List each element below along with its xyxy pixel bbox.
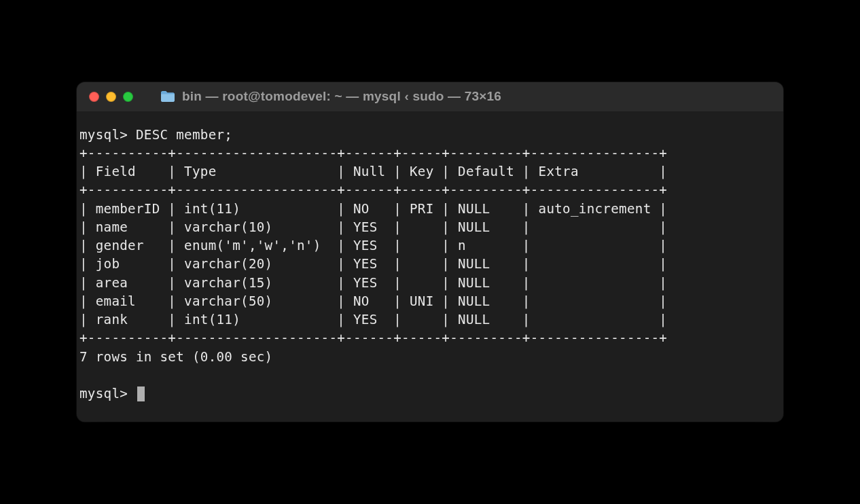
table-row: | area | varchar(15) | YES | | NULL | | — [77, 274, 783, 292]
prompt-line: mysql> — [77, 384, 783, 403]
terminal-window: bin — root@tomodevel: ~ — mysql ‹ sudo —… — [77, 82, 783, 422]
table-row: | name | varchar(10) | YES | | NULL | | — [77, 218, 783, 236]
result-footer: 7 rows in set (0.00 sec) — [77, 348, 783, 366]
folder-icon — [160, 90, 175, 103]
table-row: | job | varchar(20) | YES | | NULL | | — [77, 255, 783, 273]
table-separator: +----------+--------------------+------+… — [77, 329, 783, 347]
titlebar: bin — root@tomodevel: ~ — mysql ‹ sudo —… — [77, 82, 783, 112]
table-row: | email | varchar(50) | NO | UNI | NULL … — [77, 292, 783, 310]
command-line: mysql> DESC member; — [77, 126, 783, 144]
table-separator: +----------+--------------------+------+… — [77, 144, 783, 162]
prompt: mysql> — [79, 386, 128, 401]
cursor — [137, 386, 145, 401]
command-text: DESC member; — [136, 127, 232, 143]
table-header: | Field | Type | Null | Key | Default | … — [77, 162, 783, 181]
close-button[interactable] — [89, 92, 99, 102]
window-title: bin — root@tomodevel: ~ — mysql ‹ sudo —… — [182, 89, 501, 104]
minimize-button[interactable] — [106, 92, 116, 102]
terminal-body[interactable]: mysql> DESC member; +----------+--------… — [77, 112, 783, 422]
table-separator: +----------+--------------------+------+… — [77, 181, 783, 199]
blank-line — [77, 366, 783, 384]
traffic-lights — [89, 92, 133, 102]
maximize-button[interactable] — [123, 92, 133, 102]
table-row: | rank | int(11) | YES | | NULL | | — [77, 310, 783, 329]
prompt: mysql> — [79, 127, 128, 143]
title-group: bin — root@tomodevel: ~ — mysql ‹ sudo —… — [160, 89, 501, 104]
table-row: | gender | enum('m','w','n') | YES | | n… — [77, 236, 783, 255]
table-row: | memberID | int(11) | NO | PRI | NULL |… — [77, 200, 783, 218]
